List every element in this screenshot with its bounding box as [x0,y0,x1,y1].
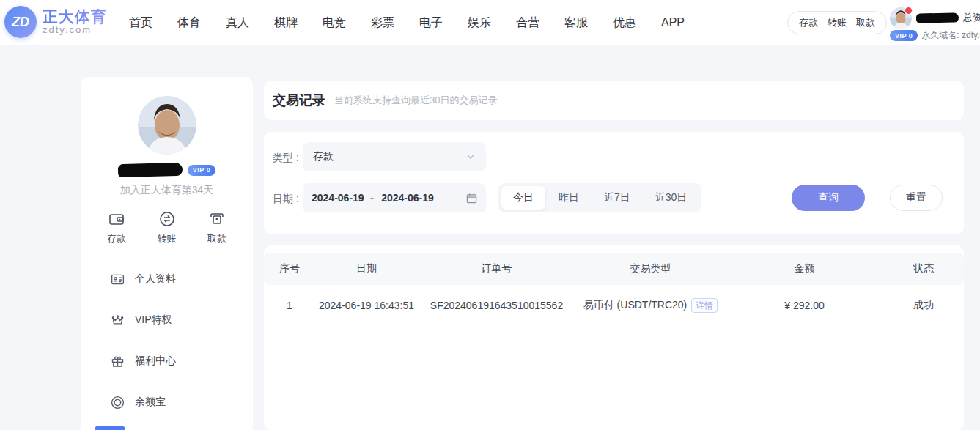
date-to-value: 2024-06-19 [381,192,434,204]
range-last30-button[interactable]: 近30日 [644,186,699,210]
sidebar-item-profile[interactable]: 个人资料 [110,259,235,300]
nav-item-app[interactable]: APP [661,16,685,29]
date-range-separator: ~ [370,193,376,204]
gift-icon [110,354,125,369]
topbar-deposit-button[interactable]: 存款 [799,16,818,29]
topbar-withdraw-button[interactable]: 取款 [856,16,875,29]
profile-menu-label: 个人资料 [135,273,176,286]
type-filter-label: 类型 : [273,152,299,165]
coin-icon [110,395,125,410]
nav-item-service[interactable]: 客服 [564,15,588,31]
nav-item-live[interactable]: 真人 [226,15,249,31]
permanent-domain-note: 永久域名: zdty.c [921,29,980,42]
yuebao-menu-label: 余额宝 [135,396,166,409]
total-assets-label: 总资 [963,11,980,24]
nav-item-home[interactable]: 首页 [129,15,152,31]
transfer-label: 转账 [158,232,177,245]
page-title: 交易记录 [273,92,325,109]
profile-username-redacted [118,163,183,177]
nav-item-sports[interactable]: 体育 [177,15,201,31]
sidebar-next-item-peek[interactable] [95,426,125,430]
join-days-text: 加入正大体育第34天 [81,184,253,197]
type-select-value: 存款 [313,150,465,163]
range-last7-button[interactable]: 近7日 [592,186,642,210]
profile-vip-badge: VIP 0 [188,165,215,176]
table-row: 1 2024-06-19 16:43:51 SF2024061916435100… [264,285,964,326]
cell-amount: ¥ 292.00 [726,300,883,311]
header-status: 状态 [883,262,964,275]
filter-card: 类型 : 存款 日期 : 2024-06-19 ~ 2024-06-19 今日 … [264,132,964,234]
nav-item-promo[interactable]: 优惠 [613,15,636,31]
sidebar-item-vip[interactable]: VIP特权 [110,300,235,341]
transaction-type-text: 易币付 (USDT/TRC20) [583,299,688,312]
type-select[interactable]: 存款 [303,142,486,171]
id-card-icon [110,272,125,287]
user-info-box: 总资 VIP 0 永久域名: zdty.c [890,5,980,42]
user-avatar[interactable] [890,7,912,29]
sidebar-item-welfare[interactable]: 福利中心 [110,341,235,382]
topbar-transfer-button[interactable]: 转账 [828,16,847,29]
wallet-actions-pill: 存款 转账 取款 [787,11,887,34]
sidebar-withdraw-action[interactable]: 取款 [199,210,235,245]
brand-domain: zdty.com [43,25,107,35]
quick-actions: 存款 转账 取款 [98,210,235,245]
page-header-card: 交易记录 当前系统支持查询最近30日的交易记录 [264,81,964,120]
sidebar-transfer-action[interactable]: 转账 [149,210,185,245]
cell-index: 1 [264,300,315,311]
nav-item-lottery[interactable]: 彩票 [371,15,394,31]
range-today-button[interactable]: 今日 [501,186,545,210]
sidebar-deposit-action[interactable]: 存款 [98,210,135,245]
main-nav-menu: 首页 体育 真人 棋牌 电竞 彩票 电子 娱乐 合营 客服 优惠 APP [129,0,685,45]
detail-link[interactable]: 详情 [691,298,718,313]
profile-sidebar: VIP 0 加入正大体育第34天 存款 转账 取款 [81,77,253,430]
welfare-menu-label: 福利中心 [135,355,176,368]
withdraw-icon [208,210,226,228]
date-range-segmented-control: 今日 昨日 近7日 近30日 [498,183,701,212]
notification-dot [905,7,913,15]
transfer-icon [158,210,176,228]
page-subtitle: 当前系统支持查询最近30日的交易记录 [334,94,497,107]
header-index: 序号 [264,262,315,275]
brand-name: 正大体育 [43,9,107,25]
username-redacted [916,12,959,23]
cell-order-no: SF202406191643510015562 [418,300,575,311]
brand-logo[interactable]: ZD 正大体育 zdty.com [4,6,107,38]
table-header-row: 序号 日期 订单号 交易类型 金额 状态 [264,253,964,285]
vip-badge: VIP 0 [890,30,918,41]
date-range-input[interactable]: 2024-06-19 ~ 2024-06-19 [303,183,486,212]
cell-type: 易币付 (USDT/TRC20) 详情 [575,298,726,313]
search-button[interactable]: 查询 [792,185,865,211]
date-from-value: 2024-06-19 [312,192,364,204]
nav-item-affiliate[interactable]: 合营 [516,15,539,31]
deposit-label: 存款 [107,232,126,245]
sidebar-item-yuebao[interactable]: 余额宝 [110,382,235,423]
header-type: 交易类型 [575,262,726,275]
profile-avatar [138,96,196,155]
calendar-icon[interactable] [466,193,477,204]
cell-date: 2024-06-19 16:43:51 [315,300,418,311]
crown-icon [110,313,125,328]
nav-item-chess[interactable]: 棋牌 [274,15,298,31]
nav-item-esports[interactable]: 电竞 [323,15,346,31]
nav-item-slots[interactable]: 电子 [419,15,443,31]
wallet-icon [108,210,125,228]
brand-logo-icon: ZD [4,6,37,38]
header-date: 日期 [315,262,418,275]
range-yesterday-button[interactable]: 昨日 [547,186,591,210]
cell-status: 成功 [883,299,964,312]
transactions-table-card: 序号 日期 订单号 交易类型 金额 状态 1 2024-06-19 16:43:… [264,245,964,430]
reset-button[interactable]: 重置 [890,185,943,211]
withdraw-label: 取款 [207,232,226,245]
vip-menu-label: VIP特权 [135,314,172,327]
top-navigation-bar: ZD 正大体育 zdty.com 首页 体育 真人 棋牌 电竞 彩票 电子 娱乐… [0,0,980,45]
chevron-down-icon [465,152,476,162]
header-order-no: 订单号 [418,262,575,275]
header-amount: 金额 [726,262,883,275]
sidebar-menu: 个人资料 VIP特权 福利中心 余额宝 [110,259,235,423]
nav-item-entertainment[interactable]: 娱乐 [468,15,491,31]
date-filter-label: 日期 : [273,193,299,206]
